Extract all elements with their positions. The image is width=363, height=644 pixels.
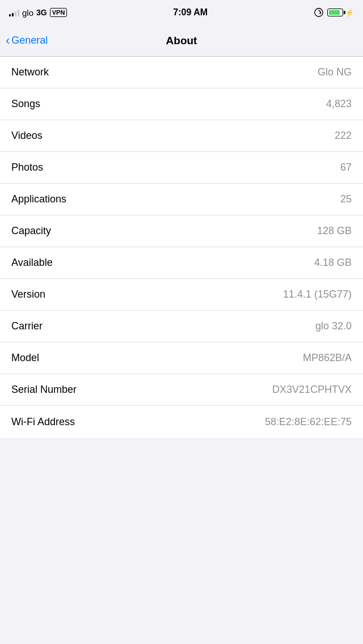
row-value: 11.4.1 (15G77) xyxy=(283,289,352,300)
row-label: Applications xyxy=(11,193,66,205)
table-row: Capacity128 GB xyxy=(0,215,363,247)
page-title: About xyxy=(166,35,197,47)
row-value: 58:E2:8E:62:EE:75 xyxy=(265,416,352,428)
table-row: Songs4,823 xyxy=(0,88,363,120)
row-label: Version xyxy=(11,289,45,300)
row-label: Network xyxy=(11,66,49,78)
table-row: ModelMP862B/A xyxy=(0,342,363,374)
table-row: Available4.18 GB xyxy=(0,247,363,279)
row-value: Glo NG xyxy=(318,66,352,78)
carrier-label: glo xyxy=(22,8,33,18)
row-value: 222 xyxy=(335,130,352,142)
charging-bolt-icon: ⚡ xyxy=(345,9,354,17)
vpn-badge: VPN xyxy=(50,8,67,17)
table-row: Serial NumberDX3V21CPHTVX xyxy=(0,374,363,406)
row-value: 67 xyxy=(340,162,352,173)
row-label: Photos xyxy=(11,162,43,173)
back-chevron-icon: ‹ xyxy=(6,33,10,48)
row-label: Wi-Fi Address xyxy=(11,416,75,428)
table-row: Applications25 xyxy=(0,184,363,215)
status-time: 7:09 AM xyxy=(173,7,208,18)
table-row: NetworkGlo NG xyxy=(0,57,363,88)
table-row: Photos67 xyxy=(0,152,363,184)
row-value: 128 GB xyxy=(317,225,352,237)
battery-icon xyxy=(327,9,343,16)
network-type-label: 3G xyxy=(36,8,47,17)
back-label: General xyxy=(11,35,48,46)
status-bar: glo 3G VPN 7:09 AM ⚡ xyxy=(0,0,363,25)
table-row: Wi-Fi Address58:E2:8E:62:EE:75 xyxy=(0,406,363,438)
status-right: ⚡ xyxy=(314,7,354,18)
row-label: Songs xyxy=(11,98,40,110)
table-row: Version11.4.1 (15G77) xyxy=(0,279,363,311)
row-value: MP862B/A xyxy=(303,352,352,364)
row-value: 25 xyxy=(340,193,352,205)
navigation-bar: ‹ General About xyxy=(0,25,363,57)
status-left: glo 3G VPN xyxy=(9,8,67,18)
row-label: Carrier xyxy=(11,320,43,332)
row-value: 4,823 xyxy=(326,98,352,110)
signal-bars-icon xyxy=(9,9,19,16)
row-label: Videos xyxy=(11,130,43,142)
table-row: Videos222 xyxy=(0,120,363,152)
battery-indicator: ⚡ xyxy=(327,9,354,17)
row-label: Capacity xyxy=(11,225,51,237)
row-value: glo 32.0 xyxy=(315,320,352,332)
about-settings-list: NetworkGlo NGSongs4,823Videos222Photos67… xyxy=(0,57,363,438)
table-row: Carrierglo 32.0 xyxy=(0,311,363,342)
row-label: Serial Number xyxy=(11,384,77,396)
row-label: Available xyxy=(11,257,53,269)
row-value: 4.18 GB xyxy=(314,257,352,269)
row-value: DX3V21CPHTVX xyxy=(272,384,352,396)
screen-lock-icon xyxy=(314,7,324,18)
back-button[interactable]: ‹ General xyxy=(6,33,48,48)
svg-point-0 xyxy=(315,9,323,16)
row-label: Model xyxy=(11,352,39,364)
battery-fill xyxy=(329,10,340,15)
